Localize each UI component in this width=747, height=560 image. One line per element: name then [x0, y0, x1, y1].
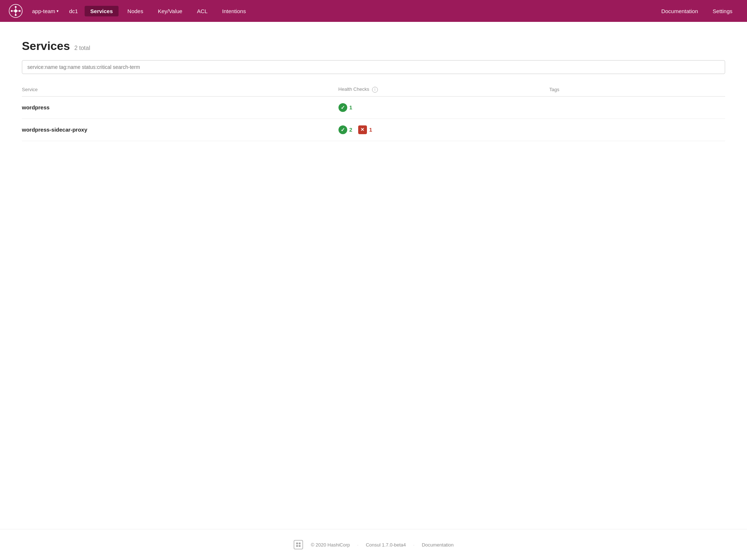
service-name: wordpress-sidecar-proxy [22, 127, 87, 133]
svg-rect-14 [299, 545, 301, 547]
services-table: Service Health Checks i Tags wordpress [22, 83, 725, 141]
svg-rect-12 [299, 542, 301, 544]
footer: © 2020 HashiCorp · Consul 1.7.0-beta4 · … [0, 529, 747, 560]
services-list: wordpress ✓ 1 wo [22, 96, 725, 141]
brand-logo [9, 4, 23, 18]
svg-point-4 [11, 10, 13, 12]
svg-point-5 [19, 10, 21, 12]
fail-icon: ✕ [358, 125, 367, 134]
search-input[interactable] [22, 60, 725, 74]
svg-rect-10 [294, 540, 303, 549]
health-checks-info-icon[interactable]: i [372, 87, 378, 93]
nav-services[interactable]: Services [85, 6, 119, 16]
page-header: Services 2 total [22, 39, 725, 53]
nav-keyvalue[interactable]: Key/Value [152, 6, 188, 16]
search-container [22, 60, 725, 74]
main-content: Services 2 total Service Health Checks i… [0, 22, 747, 529]
col-header-health: Health Checks i [338, 83, 549, 96]
critical-badge: ✕ 1 [358, 125, 372, 134]
footer-divider: · [357, 542, 359, 548]
nav-intentions[interactable]: Intentions [216, 6, 252, 16]
health-checks-cell: ✓ 2 ✕ 1 [338, 125, 545, 134]
table-row[interactable]: wordpress ✓ 1 [22, 96, 725, 118]
footer-divider-2: · [413, 542, 415, 548]
nav-nodes[interactable]: Nodes [121, 6, 149, 16]
svg-point-2 [15, 6, 17, 8]
navbar-right: Documentation Settings [655, 6, 738, 16]
footer-version: Consul 1.7.0-beta4 [366, 542, 406, 548]
col-header-service: Service [22, 83, 338, 96]
svg-point-3 [15, 14, 17, 16]
navbar: app-team ▾ dc1 Services Nodes Key/Value … [0, 0, 747, 22]
pass-icon: ✓ [338, 125, 347, 134]
nav-settings[interactable]: Settings [707, 6, 738, 16]
tags-cell [549, 118, 725, 141]
app-team-label: app-team [32, 8, 55, 14]
pass-icon: ✓ [338, 103, 347, 112]
table-row[interactable]: wordpress-sidecar-proxy ✓ 2 ✕ [22, 118, 725, 141]
nav-documentation[interactable]: Documentation [655, 6, 704, 16]
svg-rect-13 [296, 545, 298, 547]
footer-logo [293, 540, 303, 550]
footer-docs-link[interactable]: Documentation [422, 542, 453, 548]
tags-cell [549, 96, 725, 118]
passing-badge: ✓ 1 [338, 103, 352, 112]
page-subtitle: 2 total [74, 45, 90, 51]
col-header-tags: Tags [549, 83, 725, 96]
passing-badge: ✓ 2 [338, 125, 352, 134]
health-checks-cell: ✓ 1 [338, 103, 545, 112]
datacenter-label: dc1 [65, 6, 81, 16]
svg-rect-11 [296, 542, 298, 544]
table-header: Service Health Checks i Tags [22, 83, 725, 96]
chevron-down-icon: ▾ [57, 9, 59, 13]
page-title: Services [22, 39, 70, 53]
nav-acl[interactable]: ACL [191, 6, 213, 16]
app-team-selector[interactable]: app-team ▾ [28, 6, 62, 16]
svg-point-1 [14, 9, 17, 12]
service-name: wordpress [22, 104, 50, 110]
footer-copyright: © 2020 HashiCorp [311, 542, 350, 548]
